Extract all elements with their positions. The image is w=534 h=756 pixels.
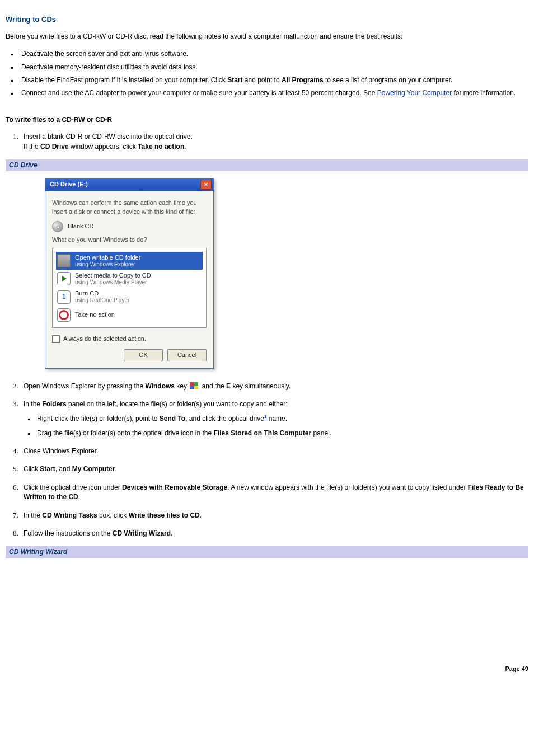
option-subtitle: using Windows Explorer [75,261,140,268]
option-title: Burn CD [75,290,129,297]
step: In the Folders panel on the left, locate… [20,399,528,438]
bold-windows: Windows [145,382,175,390]
ok-button[interactable]: OK [124,349,163,361]
option-title: Open writable CD folder [75,254,140,261]
no-action-icon [57,308,71,322]
option-select-media-copy[interactable]: Select media to Copy to CD using Windows… [56,270,203,288]
step: Click the optical drive icon under Devic… [20,482,528,503]
step: Click Start, and My Computer. [20,464,528,474]
always-do-checkbox-row[interactable]: Always do the selected action. [52,335,207,344]
bold-cd-writing-wizard: CD Writing Wizard [113,529,171,537]
text: key [175,382,189,390]
figure-caption-cd-drive: CD Drive [6,159,528,171]
text: and point to [243,76,282,84]
bold-all-programs: All Programs [282,76,324,84]
action-listbox[interactable]: Open writable CD folder using Windows Ex… [52,248,207,327]
text: Open Windows Explorer by pressing the [24,382,145,390]
option-take-no-action[interactable]: Take no action [56,306,203,324]
notes-list: Deactivate the screen saver and exit ant… [18,49,528,98]
procedure-list: Insert a blank CD-R or CD-RW disc into t… [18,132,528,152]
text: Right-click the file(s) or folder(s), po… [37,415,160,422]
folder-icon [57,254,71,267]
note-item: Deactivate memory-resident disc utilitie… [18,63,528,72]
option-title: Select media to Copy to CD [75,272,151,279]
text: panel on the left, locate the file(s) or… [67,400,288,408]
text: Disable the FindFast program if it is in… [21,76,227,84]
text: In the [24,511,42,519]
text: key simultaneously. [231,382,291,390]
text: panel. [311,429,331,437]
bold-files-stored: Files Stored on This Computer [213,429,311,437]
dialog-prompt: What do you want Windows to do? [52,236,207,245]
bold-devices-removable: Devices with Removable Storage [122,483,227,491]
note-item: Disable the FindFast program if it is in… [18,76,528,85]
bold-start: Start [40,465,55,473]
text: . [184,143,186,151]
text: Drag the file(s) or folder(s) onto the o… [37,429,213,437]
option-subtitle: using RealOne Player [75,297,129,304]
dialog-titlebar: CD Drive (E:) × [45,179,213,191]
text: , and [55,465,72,473]
text: . [115,465,116,473]
text: . [171,529,172,537]
bold-e-key: E [226,382,231,390]
sub-step: Right-click the file(s) or folder(s), po… [35,414,528,424]
realone-icon: 1 [57,290,71,304]
cd-drive-dialog: CD Drive (E:) × Windows can perform the … [45,178,214,368]
text: Click the optical drive icon under [24,483,122,491]
bold-take-no-action: Take no action [138,143,184,151]
bold-start: Start [227,76,242,84]
step: In the CD Writing Tasks box, click Write… [20,510,528,520]
step: Follow the instructions on the CD Writin… [20,528,528,538]
bold-my-computer: My Computer [72,465,115,473]
option-subtitle: using Windows Media Player [75,279,151,286]
bold-cd-writing-tasks: CD Writing Tasks [42,511,97,519]
note-item: Deactivate the screen saver and exit ant… [18,49,528,59]
checkbox-icon[interactable] [52,335,60,343]
step: Close Windows Explorer. [20,446,528,456]
cd-icon [52,221,63,232]
bold-folders: Folders [42,400,66,408]
text: . [200,511,202,519]
option-burn-cd[interactable]: 1 Burn CD using RealOne Player [56,288,203,306]
figure-caption-cd-writing-wizard: CD Writing Wizard [6,546,528,558]
section-heading: Writing to CDs [6,15,528,25]
windows-key-icon [190,382,199,390]
text: Follow the instructions on the [24,529,113,537]
text: Connect and use the AC adapter to power … [21,89,377,97]
text: box, click [97,511,129,519]
note-item: Connect and use the AC adapter to power … [18,88,528,98]
page-number: Page 49 [6,665,528,674]
sub-steps: Right-click the file(s) or folder(s), po… [35,414,528,438]
text: If the [24,143,40,151]
text: , and click the optical drive [185,415,264,422]
procedure-list-cont: Open Windows Explorer by pressing the Wi… [18,381,528,539]
option-open-writable-folder[interactable]: Open writable CD folder using Windows Ex… [56,252,203,270]
text: Click [24,465,40,473]
text: name. [266,415,287,422]
sub-step: Drag the file(s) or folder(s) onto the o… [35,429,528,438]
procedure-heading: To write files to a CD-RW or CD-R [6,115,528,125]
cd-drive-dialog-figure: CD Drive (E:) × Windows can perform the … [45,178,528,368]
step: Insert a blank CD-R or CD-RW disc into t… [20,132,528,152]
cancel-button[interactable]: Cancel [167,349,207,361]
text: In the [24,400,42,408]
text: . [78,493,80,501]
text: and the [202,382,226,390]
option-title: Take no action [75,311,115,318]
blank-cd-label: Blank CD [68,222,93,231]
text: for more information. [452,89,516,97]
powering-your-computer-link[interactable]: Powering Your Computer [377,89,452,97]
bold-send-to: Send To [160,415,185,422]
text: Insert a blank CD-R or CD-RW disc into t… [24,133,193,140]
media-player-icon [57,272,71,285]
step: Open Windows Explorer by pressing the Wi… [20,381,528,391]
dialog-title: CD Drive (E:) [50,180,200,189]
text: to see a list of programs on your comput… [324,76,453,84]
bold-write-these-files: Write these files to CD [129,511,200,519]
text: . A new window appears with the file(s) … [227,483,468,491]
intro-paragraph: Before you write files to a CD-RW or CD-… [6,32,528,41]
text: window appears, click [69,143,138,151]
close-icon[interactable]: × [200,180,212,190]
dialog-description: Windows can perform the same action each… [52,199,207,217]
